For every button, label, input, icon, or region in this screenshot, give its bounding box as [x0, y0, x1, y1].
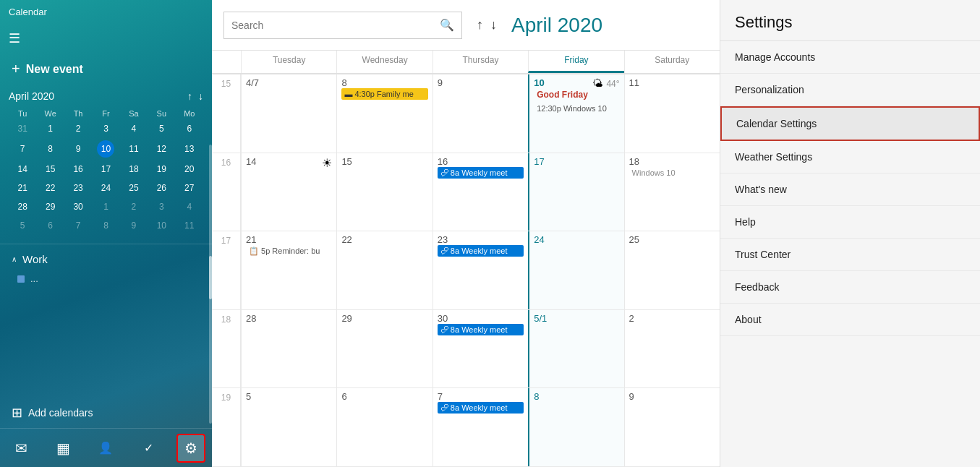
settings-item-calendar-settings[interactable]: Calendar Settings [720, 106, 980, 141]
mini-cal-day[interactable]: 4 [120, 119, 148, 138]
mini-cal-day[interactable]: 25 [120, 179, 148, 197]
calendar-cell[interactable]: 23🗪 8a Weekly meet [433, 231, 528, 309]
mini-cal-day[interactable]: 22 [36, 179, 64, 197]
search-input[interactable] [231, 20, 440, 31]
mini-cal-day[interactable]: 6 [36, 216, 64, 235]
calendar-cell[interactable]: 5/1 [528, 310, 623, 388]
calendar-cell[interactable]: 2 [624, 310, 720, 388]
mini-calendar-prev[interactable]: ↑ [187, 90, 192, 102]
mini-cal-day[interactable]: 4 [176, 197, 203, 216]
new-event-button[interactable]: + New event [0, 53, 212, 85]
settings-item-personalization[interactable]: Personalization [720, 74, 980, 106]
settings-item-manage-accounts[interactable]: Manage Accounts [720, 41, 980, 74]
calendar-cell[interactable]: 24 [528, 231, 623, 309]
mini-cal-day[interactable]: 10 [92, 138, 119, 160]
mini-cal-day[interactable]: 23 [64, 179, 92, 197]
calendar-cell[interactable]: 7🗪 8a Weekly meet [433, 388, 528, 466]
mini-cal-day[interactable]: 14 [9, 160, 36, 179]
mini-cal-day[interactable]: 24 [92, 179, 119, 197]
calendar-cell[interactable]: 8 [528, 388, 623, 466]
calendar-event[interactable]: Good Friday [534, 88, 619, 101]
calendar-cell[interactable]: 14☀ [241, 153, 336, 231]
nav-settings-button[interactable]: ⚙ [176, 434, 205, 463]
mini-cal-day[interactable]: 3 [92, 119, 119, 138]
mini-cal-day[interactable]: 9 [120, 216, 148, 235]
calendar-event[interactable]: 🗪 8a Weekly meet [438, 245, 524, 257]
mini-cal-day[interactable]: 7 [64, 216, 92, 235]
calendar-prev-button[interactable]: ↑ [477, 17, 483, 33]
mini-cal-day[interactable]: 10 [148, 216, 175, 235]
mini-cal-day[interactable]: 8 [92, 216, 119, 235]
mini-cal-day[interactable]: 6 [176, 119, 203, 138]
mini-cal-day[interactable]: 2 [120, 197, 148, 216]
calendar-cell[interactable]: 5 [241, 388, 336, 466]
add-calendars-button[interactable]: ⊞ Add calendars [0, 398, 212, 428]
settings-item-feedback[interactable]: Feedback [720, 271, 980, 304]
calendar-event[interactable]: 🗪 8a Weekly meet [438, 324, 524, 335]
mini-cal-day[interactable]: 20 [176, 160, 203, 179]
calendar-cell[interactable]: 10🌤44°Good Friday12:30p Windows 10 [528, 74, 623, 153]
calendar-cell[interactable]: 21📋 5p Reminder: bu [241, 231, 336, 309]
settings-item-weather-settings[interactable]: Weather Settings [720, 141, 980, 173]
nav-mail-button[interactable]: ✉ [7, 434, 35, 463]
mini-cal-day[interactable]: 5 [9, 216, 36, 235]
calendar-cell[interactable]: 15 [336, 153, 432, 231]
calendar-cell[interactable]: 30🗪 8a Weekly meet [433, 310, 528, 388]
settings-item-trust-center[interactable]: Trust Center [720, 239, 980, 271]
settings-item-help[interactable]: Help [720, 206, 980, 239]
calendar-cell[interactable]: 29 [336, 310, 432, 388]
mini-cal-day[interactable]: 21 [9, 179, 36, 197]
mini-cal-day[interactable]: 17 [92, 160, 119, 179]
calendar-cell[interactable]: 18Windows 10 [624, 153, 720, 231]
calendar-cell[interactable]: 22 [336, 231, 432, 309]
settings-item-what's-new[interactable]: What's new [720, 173, 980, 206]
calendar-event[interactable]: 🗪 8a Weekly meet [438, 402, 524, 414]
mini-cal-day[interactable]: 16 [64, 160, 92, 179]
calendar-event[interactable]: 12:30p Windows 10 [534, 103, 619, 114]
mini-cal-day[interactable]: 5 [148, 119, 175, 138]
mini-cal-day[interactable]: 9 [64, 138, 92, 160]
mini-cal-day[interactable]: 1 [92, 197, 119, 216]
mini-cal-day[interactable]: 11 [176, 216, 203, 235]
mini-cal-day[interactable]: 18 [120, 160, 148, 179]
calendar-cell[interactable]: 6 [336, 388, 432, 466]
calendar-cell[interactable]: 4/7 [241, 74, 336, 153]
mini-cal-day[interactable]: 11 [120, 138, 148, 160]
calendar-cell[interactable]: 16🗪 8a Weekly meet [433, 153, 528, 231]
mini-cal-day[interactable]: 30 [64, 197, 92, 216]
mini-calendar-next[interactable]: ↓ [198, 90, 203, 102]
mini-cal-day[interactable]: 29 [36, 197, 64, 216]
calendar-cell[interactable]: 11 [624, 74, 720, 153]
mini-cal-day[interactable]: 12 [148, 138, 175, 160]
calendar-cell[interactable]: 25 [624, 231, 720, 309]
nav-contacts-button[interactable]: 👤 [91, 434, 120, 463]
mini-cal-day[interactable]: 7 [9, 138, 36, 160]
mini-cal-day[interactable]: 26 [148, 179, 175, 197]
mini-cal-day[interactable]: 1 [36, 119, 64, 138]
mini-cal-day[interactable]: 15 [36, 160, 64, 179]
calendar-cell[interactable]: 28 [241, 310, 336, 388]
mini-cal-day[interactable]: 3 [148, 197, 175, 216]
calendar-cell[interactable]: 9 [624, 388, 720, 466]
settings-item-about[interactable]: About [720, 304, 980, 336]
mini-cal-day[interactable]: 19 [148, 160, 175, 179]
mini-cal-day[interactable]: 27 [176, 179, 203, 197]
work-section-header[interactable]: ∧ Work [12, 253, 200, 265]
calendar-event[interactable]: 🗪 8a Weekly meet [438, 167, 524, 179]
mini-cal-day[interactable]: 31 [9, 119, 36, 138]
nav-tasks-button[interactable]: ✓ [134, 434, 163, 463]
hamburger-menu-button[interactable]: ☰ [0, 23, 212, 53]
calendar-cell[interactable]: 9 [433, 74, 528, 153]
calendar-event[interactable]: ▬ 4:30p Family me [341, 88, 427, 100]
calendar-cell[interactable]: 8▬ 4:30p Family me [336, 74, 432, 153]
mini-cal-day[interactable]: 8 [36, 138, 64, 160]
mini-calendar-header: April 2020 ↑ ↓ [9, 90, 203, 102]
calendar-cell[interactable]: 17 [528, 153, 623, 231]
nav-calendar-button[interactable]: ▦ [49, 434, 78, 463]
calendar-event[interactable]: Windows 10 [629, 167, 715, 179]
calendar-event[interactable]: 📋 5p Reminder: bu [246, 245, 332, 257]
mini-cal-day[interactable]: 2 [64, 119, 92, 138]
mini-cal-day[interactable]: 13 [176, 138, 203, 160]
mini-cal-day[interactable]: 28 [9, 197, 36, 216]
calendar-next-button[interactable]: ↓ [490, 17, 497, 33]
